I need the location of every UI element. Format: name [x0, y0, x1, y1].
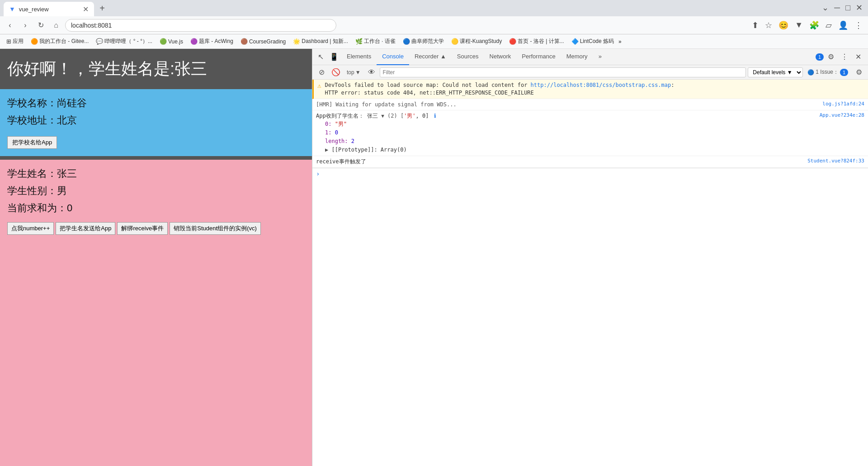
back-button[interactable]: ‹	[4, 19, 16, 32]
expand-array-icon[interactable]: ▼	[381, 113, 384, 119]
home-button[interactable]: ⌂	[50, 19, 62, 32]
console-top-dropdown[interactable]: top ▼	[344, 68, 363, 76]
bookmark-label: Dashboard | 知新...	[302, 38, 348, 45]
active-tab[interactable]: ▼ vue_review ✕	[4, 2, 94, 16]
console-badge: 1	[816, 53, 824, 61]
vue-devtools-icon[interactable]: ▼	[793, 19, 805, 32]
devtools-device-icon[interactable]: 📱	[328, 51, 340, 63]
bookmark-gitee[interactable]: 🟠 我的工作台 - Gitee...	[28, 37, 91, 46]
console-eye-icon[interactable]: 👁	[365, 66, 378, 79]
devtools-panel: ↖ 📱 Elements Console Recorder ▲ Sources …	[312, 49, 868, 466]
new-tab-button[interactable]: +	[96, 2, 108, 14]
bookmark-kuangstudy[interactable]: 🟡 课程-KuangStudy	[448, 37, 505, 46]
console-warning-entry: ⚠ DevTools failed to load source map: Co…	[312, 80, 868, 99]
receive-source[interactable]: Student.vue?824f:33	[807, 158, 864, 164]
split-screen-icon[interactable]: ▱	[824, 19, 834, 32]
school-addr: 学校地址：北京	[7, 114, 305, 127]
bookmark-label: Vue.js	[168, 38, 183, 45]
tab-memory[interactable]: Memory	[561, 49, 593, 65]
main-area: 你好啊！，学生姓名是:张三 学校名称：尚硅谷 学校地址：北京 把学校名给App …	[0, 49, 868, 466]
array-count: (2) [	[387, 113, 404, 119]
info-icon: ℹ	[434, 113, 436, 119]
btn-number-increment[interactable]: 点我number++	[7, 222, 54, 235]
bookmark-lintcode[interactable]: 🔷 LintCode 炼码	[569, 37, 617, 46]
toolbar-icons: ⬆ ☆ 😊 ▼ 🧩 ▱ 👤 ⋮	[750, 19, 864, 32]
tab-more[interactable]: »	[593, 49, 607, 65]
tab-search-icon[interactable]: ⌄	[820, 1, 830, 14]
btn-send-name[interactable]: 把学生名发送给App	[56, 222, 115, 235]
bookmarks-more-icon[interactable]: »	[618, 38, 622, 45]
share-icon[interactable]: ⬆	[750, 19, 760, 32]
hmr-source[interactable]: log.js?1afd:24	[822, 101, 864, 107]
tree-val-length: 2	[351, 138, 354, 144]
bookmark-vuejs[interactable]: 🟢 Vue.js	[157, 37, 186, 46]
tree-line-0: 0: "男"	[325, 120, 816, 128]
tab-close-button[interactable]: ✕	[83, 5, 89, 14]
bookmark-label: LintCode 炼码	[580, 38, 614, 45]
tab-bar: ▼ vue_review ✕ + ⌄ ─ □ ✕	[0, 0, 868, 16]
forward-button[interactable]: ›	[19, 19, 32, 32]
bookmark-bilibili[interactable]: 💬 哔哩哔哩（ ° - °）...	[93, 37, 155, 46]
tab-elements[interactable]: Elements	[341, 49, 377, 65]
devtools-settings-icon[interactable]: ⚙	[825, 51, 837, 63]
tree-proto-line: ▶ [[Prototype]]: Array(0)	[325, 146, 816, 154]
tree-expand-icon[interactable]: ▶	[325, 147, 328, 153]
console-toolbar: ⊘ 🚫 top ▼ 👁 Default levels ▼ 🔵 1 Issue： …	[312, 65, 868, 80]
devtools-toolbar: ↖ 📱 Elements Console Recorder ▲ Sources …	[312, 49, 868, 65]
warning-text-1: DevTools failed to load source map: Coul…	[325, 82, 530, 88]
reload-button[interactable]: ↻	[34, 19, 47, 32]
bookmark-dashboard[interactable]: 🌟 Dashboard | 知新...	[290, 37, 351, 46]
tab-recorder[interactable]: Recorder ▲	[409, 49, 452, 65]
devtools-tabs: Elements Console Recorder ▲ Sources Netw…	[341, 49, 607, 65]
console-no-entry-icon[interactable]: ⊘	[315, 66, 328, 79]
console-tree: 0: "男" 1: 0 length: 2 ▶ [[Prototype]]: A…	[316, 120, 816, 154]
filter-input[interactable]	[380, 67, 746, 77]
devtools-cursor-icon[interactable]: ↖	[314, 51, 327, 63]
console-prompt-icon: ›	[316, 170, 320, 177]
warning-link[interactable]: http://localhost:8081/css/bootstrap.css.…	[531, 82, 671, 88]
btn-unbind-receive[interactable]: 解绑receive事件	[117, 222, 168, 235]
bookmark-label: 我的工作台 - Gitee...	[39, 38, 89, 45]
bookmark-yuque[interactable]: 🌿 工作台 · 语雀	[353, 37, 398, 46]
tab-performance[interactable]: Performance	[516, 49, 561, 65]
btn-destroy-student[interactable]: 销毁当前Student组件的实例(vc)	[170, 222, 260, 235]
maximize-button[interactable]: □	[844, 1, 852, 14]
console-app-log-entry: App收到了学生名： 张三 ▼ (2) ['男', 0] ℹ 0: "男" 1:…	[312, 110, 868, 156]
tab-bar-right: ⌄ ─ □ ✕	[820, 1, 868, 16]
devtools-overflow-icon[interactable]: ⋮	[838, 51, 851, 63]
student-buttons: 点我number++ 把学生名发送给App 解绑receive事件 销毁当前St…	[7, 222, 305, 235]
console-warning-text: DevTools failed to load source map: Coul…	[325, 81, 864, 97]
bookmark-coursegrading[interactable]: 🟤 CourseGrading	[238, 37, 288, 46]
bookmark-luogu[interactable]: 🔴 首页 - 洛谷 | 计算...	[506, 37, 566, 46]
bookmark-acwing[interactable]: 🟣 题库 - AcWing	[188, 37, 236, 46]
tab-network[interactable]: Network	[484, 49, 517, 65]
minimize-button[interactable]: ─	[832, 1, 842, 14]
app-log-prefix: App收到了学生名：	[316, 113, 364, 119]
bookmark-label: 曲阜师范大学	[411, 38, 444, 45]
devtools-close-icon[interactable]: ✕	[852, 51, 864, 63]
tab-sources[interactable]: Sources	[452, 49, 484, 65]
bookmark-icon[interactable]: ☆	[763, 19, 774, 32]
bookmark-qfnu[interactable]: 🔵 曲阜师范大学	[400, 37, 447, 46]
app-log-source[interactable]: App.vue?234e:28	[820, 112, 864, 118]
app-log-name: 张三	[367, 113, 381, 119]
tab-console[interactable]: Console	[377, 49, 409, 65]
console-block-icon[interactable]: 🚫	[330, 66, 342, 79]
devtools-right-icons: 1 ⚙ ⋮ ✕	[816, 51, 864, 63]
close-button[interactable]: ✕	[854, 1, 864, 14]
tree-line-length: length: 2	[325, 137, 816, 146]
school-btn[interactable]: 把学校名给App	[7, 136, 57, 149]
school-section: 学校名称：尚硅谷 学校地址：北京 把学校名给App	[0, 89, 312, 156]
profile-icon[interactable]: 😊	[777, 19, 790, 32]
bookmark-apps[interactable]: ⊞ 应用	[4, 37, 26, 46]
menu-icon[interactable]: ⋮	[853, 19, 864, 32]
tree-key-0: 0:	[325, 121, 335, 127]
extensions-icon[interactable]: 🧩	[807, 19, 821, 32]
address-input[interactable]	[65, 19, 336, 32]
default-levels-select[interactable]: Default levels ▼	[748, 67, 803, 77]
issues-blue-dot: 🔵	[807, 69, 814, 76]
bookmark-label: 工作台 · 语雀	[364, 38, 396, 45]
tree-val-1: 0	[335, 129, 338, 136]
console-settings-icon[interactable]: ⚙	[853, 66, 865, 79]
account-icon[interactable]: 👤	[836, 19, 850, 32]
